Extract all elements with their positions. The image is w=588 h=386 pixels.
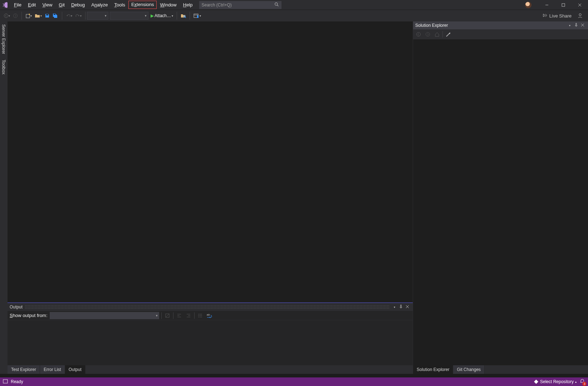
svg-rect-38 xyxy=(3,380,8,383)
live-share-label: Live Share xyxy=(549,13,572,19)
search-placeholder-text: Search (Ctrl+Q) xyxy=(201,3,231,8)
notifications-button[interactable]: 3 xyxy=(579,378,585,385)
svg-point-16 xyxy=(579,14,581,16)
output-panel: Output ▾ Show output from: ▾ ab xyxy=(8,303,413,365)
output-splitter[interactable] xyxy=(8,302,413,303)
save-all-button[interactable] xyxy=(51,12,60,20)
bottom-tab-test-explorer[interactable]: Test Explorer xyxy=(8,365,40,374)
svg-rect-3 xyxy=(562,4,565,6)
se-properties-button[interactable] xyxy=(444,30,452,38)
bottom-tab-output[interactable]: Output xyxy=(65,365,85,374)
status-ready-label: Ready xyxy=(11,379,23,384)
editor-empty-area xyxy=(8,21,413,302)
svg-point-36 xyxy=(417,33,421,36)
menu-item-git[interactable]: Git xyxy=(55,1,68,9)
svg-point-6 xyxy=(4,14,8,18)
svg-rect-15 xyxy=(197,15,199,18)
main-toolbar: ▾ ▾ ▾ ▾ ▾ ▾ ▾ ▶ Attach… ▾ ▾ Live Share xyxy=(0,10,588,21)
notification-count-badge: 3 xyxy=(582,382,587,386)
svg-text:ab: ab xyxy=(207,313,210,316)
minimize-button[interactable] xyxy=(539,0,555,10)
solution-platform-dropdown[interactable]: ▾ xyxy=(110,12,148,20)
solution-explorer-title: Solution Explorer xyxy=(415,23,448,28)
se-home-button[interactable] xyxy=(433,30,441,38)
svg-point-7 xyxy=(14,14,18,18)
left-sidebar-tabs: Server Explorer Toolbox xyxy=(0,21,7,374)
live-share-icon xyxy=(542,13,547,19)
menu-item-file[interactable]: File xyxy=(11,1,25,9)
output-wordwrap-button[interactable]: ab xyxy=(206,312,213,319)
se-window-options-button[interactable]: ▾ xyxy=(567,24,573,27)
side-tab-toolbox[interactable]: Toolbox xyxy=(0,57,7,77)
find-in-files-button[interactable] xyxy=(179,12,187,20)
close-button[interactable] xyxy=(572,0,588,10)
svg-point-32 xyxy=(198,317,199,317)
output-indent-right-button[interactable] xyxy=(185,312,192,319)
statusbar: Ready Select Repository ▴ 3 xyxy=(0,377,588,386)
search-input[interactable]: Search (Ctrl+Q) xyxy=(199,1,281,9)
output-pin-button[interactable] xyxy=(398,305,404,310)
output-body xyxy=(8,320,413,365)
account-avatar[interactable] xyxy=(525,2,531,8)
new-item-button[interactable]: ▾ xyxy=(24,12,33,20)
window-layout-button[interactable]: ▾ xyxy=(192,12,202,20)
output-clear-button[interactable] xyxy=(164,312,171,319)
solution-config-dropdown[interactable]: ▾ xyxy=(87,12,108,20)
select-repository-button[interactable]: Select Repository ▴ xyxy=(534,379,577,384)
vs-logo-icon xyxy=(0,0,9,10)
menu-item-view[interactable]: View xyxy=(39,1,55,9)
output-source-dropdown[interactable]: ▾ xyxy=(50,312,159,319)
menu-item-help[interactable]: Help xyxy=(180,1,196,9)
status-output-icon xyxy=(3,379,8,385)
menu-item-analyze[interactable]: Analyze xyxy=(88,1,111,9)
svg-point-0 xyxy=(275,3,278,5)
live-share-button[interactable]: Live Share xyxy=(540,13,574,19)
bottom-tabs-left: Test ExplorerError ListOutput xyxy=(8,365,413,374)
attach-label: Attach… xyxy=(155,13,171,18)
output-panel-title: Output xyxy=(10,305,23,310)
se-back-button[interactable] xyxy=(415,30,422,38)
maximize-button[interactable] xyxy=(555,0,572,10)
svg-line-20 xyxy=(166,314,169,317)
nav-back-button[interactable]: ▾ xyxy=(2,12,11,20)
menu-item-tools[interactable]: Tools xyxy=(111,1,128,9)
solution-explorer-panel: Solution Explorer ▾ Solution ExplorerGit… xyxy=(413,21,588,374)
svg-point-37 xyxy=(426,33,430,36)
svg-rect-9 xyxy=(46,14,48,15)
output-indent-left-button[interactable] xyxy=(176,312,183,319)
svg-point-31 xyxy=(198,315,199,316)
svg-line-1 xyxy=(278,5,279,6)
output-list-button[interactable] xyxy=(197,312,204,319)
nav-forward-button[interactable] xyxy=(11,12,19,20)
svg-point-30 xyxy=(198,314,199,315)
side-tab-server-explorer[interactable]: Server Explorer xyxy=(0,21,7,57)
output-close-button[interactable] xyxy=(404,305,411,310)
play-icon: ▶ xyxy=(151,13,154,18)
redo-button[interactable]: ▾ xyxy=(74,12,83,20)
menu-item-debug[interactable]: Debug xyxy=(68,1,88,9)
solution-explorer-body xyxy=(413,39,588,365)
select-repository-label: Select Repository xyxy=(540,379,574,384)
search-icon xyxy=(274,2,279,8)
bottom-tab-error-list[interactable]: Error List xyxy=(40,365,65,374)
menu-item-edit[interactable]: Edit xyxy=(25,1,39,9)
output-window-options-button[interactable]: ▾ xyxy=(391,306,398,309)
feedback-button[interactable] xyxy=(576,12,584,20)
bottom-tab-solution-explorer[interactable]: Solution Explorer xyxy=(413,365,453,374)
open-button[interactable]: ▾ xyxy=(33,12,43,20)
start-attach-button[interactable]: ▶ Attach… ▾ xyxy=(149,12,175,20)
save-button[interactable] xyxy=(43,12,51,20)
undo-button[interactable]: ▾ xyxy=(64,12,74,20)
se-close-button[interactable] xyxy=(579,23,586,28)
se-pin-button[interactable] xyxy=(573,23,579,28)
menu-item-extensions[interactable]: Extensions xyxy=(128,1,157,9)
svg-rect-10 xyxy=(54,14,55,15)
menu-item-window[interactable]: Window xyxy=(157,1,180,9)
output-source-label: how output from: xyxy=(13,313,48,318)
bottom-tab-git-changes[interactable]: Git Changes xyxy=(453,365,485,374)
se-forward-button[interactable] xyxy=(424,30,432,38)
bottom-tabs-right: Solution ExplorerGit Changes xyxy=(413,365,588,374)
svg-line-12 xyxy=(185,17,186,18)
